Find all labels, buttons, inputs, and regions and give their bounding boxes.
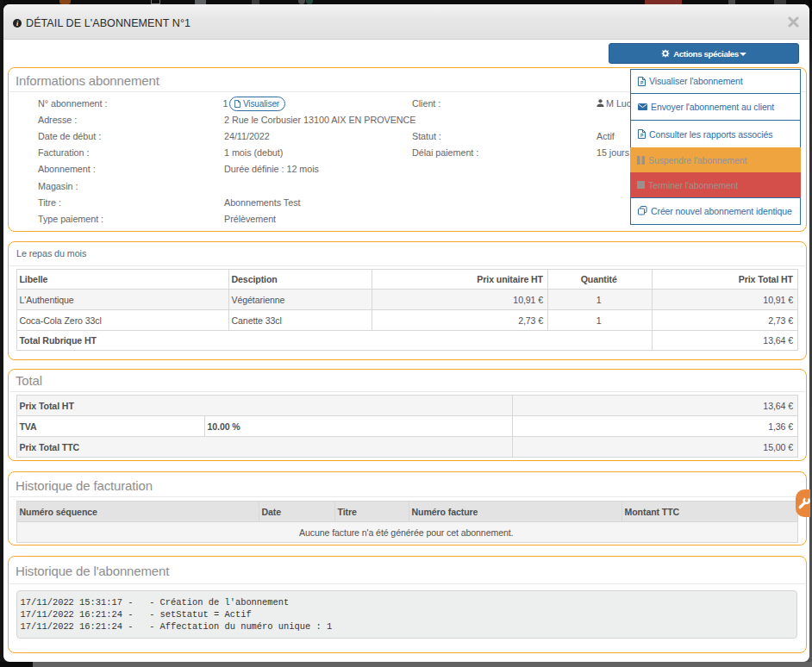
svg-text:P: P	[640, 133, 644, 138]
svg-text:P: P	[640, 79, 644, 84]
